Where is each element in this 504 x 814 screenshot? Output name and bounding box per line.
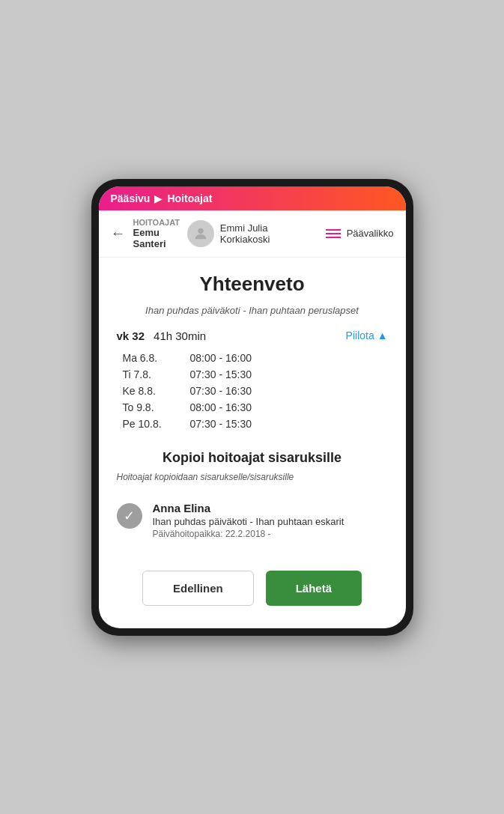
sibling-row[interactable]: ✓ Anna Elina Ihan puhdas päiväkoti - Iha… [117, 494, 388, 547]
sibling-info: Anna Elina Ihan puhdas päiväkoti - Ihan … [153, 502, 388, 539]
checkmark-icon: ✓ [124, 508, 135, 524]
user-name: Emmi Julia Korkiakoski [220, 222, 320, 245]
page-title: Yhteenveto [117, 273, 388, 296]
sibling-checkbox[interactable]: ✓ [117, 503, 142, 529]
day-time: 08:00 - 16:30 [184, 399, 388, 416]
child-info: HOITOAJAT Eemu Santeri [133, 218, 180, 249]
previous-button[interactable]: Edellinen [142, 571, 254, 606]
siblings-list: ✓ Anna Elina Ihan puhdas päiväkoti - Iha… [117, 494, 388, 547]
submit-button[interactable]: Lähetä [266, 571, 362, 606]
table-row: Ke 8.8. 07:30 - 16:30 [117, 383, 388, 399]
child-section-label: HOITOAJAT [133, 218, 180, 227]
back-button[interactable]: ← [111, 225, 126, 242]
day-time: 08:00 - 16:00 [184, 350, 388, 366]
table-row: Pe 10.8. 07:30 - 15:30 [117, 416, 388, 432]
week-info: vk 32 41h 30min [117, 329, 207, 342]
child-name: Eemu Santeri [133, 227, 180, 249]
hamburger-icon [326, 229, 341, 238]
day-time: 07:30 - 15:30 [184, 366, 388, 383]
header: ← HOITOAJAT Eemu Santeri Emmi Julia Kork… [99, 210, 406, 258]
day-label: Pe 10.8. [117, 416, 184, 432]
day-label: To 9.8. [117, 399, 184, 416]
svg-point-0 [198, 228, 203, 233]
day-time: 07:30 - 16:30 [184, 383, 388, 399]
page-subtitle: Ihan puhdas päiväkoti - Ihan puhtaan per… [117, 305, 388, 316]
sibling-date: Päivähoitopaikka: 22.2.2018 - [153, 529, 388, 539]
main-content: Yhteenveto Ihan puhdas päiväkoti - Ihan … [99, 258, 406, 628]
table-row: To 9.8. 08:00 - 16:30 [117, 399, 388, 416]
avatar [187, 220, 214, 247]
week-header: vk 32 41h 30min Piilota ▲ [117, 329, 388, 342]
days-table: Ma 6.8. 08:00 - 16:00 Ti 7.8. 07:30 - 15… [117, 350, 388, 432]
copy-title: Kopioi hoitoajat sisaruksille [117, 450, 388, 466]
button-row: Edellinen Lähetä [117, 571, 388, 606]
breadcrumb-arrow-icon: ▶ [154, 192, 163, 204]
week-section: vk 32 41h 30min Piilota ▲ Ma 6.8. 08:00 … [117, 329, 388, 432]
sibling-daycare: Ihan puhdas päiväkoti - Ihan puhtaan esk… [153, 516, 388, 527]
table-row: Ma 6.8. 08:00 - 16:00 [117, 350, 388, 366]
day-label: Ke 8.8. [117, 383, 184, 399]
copy-section: Kopioi hoitoajat sisaruksille Hoitoajat … [117, 450, 388, 547]
device-screen: Pääsivu ▶ Hoitoajat ← HOITOAJAT Eemu San… [99, 186, 406, 628]
day-time: 07:30 - 15:30 [184, 416, 388, 432]
toggle-link[interactable]: Piilota ▲ [346, 329, 388, 341]
table-row: Ti 7.8. 07:30 - 15:30 [117, 366, 388, 383]
week-label: vk 32 [117, 329, 145, 342]
week-hours: 41h 30min [154, 329, 206, 342]
menu-label: Päävalikko [347, 228, 394, 239]
top-nav-bar: Pääsivu ▶ Hoitoajat [99, 186, 406, 210]
copy-subtitle: Hoitoajat kopioidaan sisarukselle/sisaru… [117, 472, 388, 482]
day-label: Ma 6.8. [117, 350, 184, 366]
breadcrumb-current: Hoitoajat [167, 192, 212, 204]
day-label: Ti 7.8. [117, 366, 184, 383]
device-frame: Pääsivu ▶ Hoitoajat ← HOITOAJAT Eemu San… [91, 179, 413, 636]
menu-button[interactable]: Päävalikko [326, 228, 394, 239]
sibling-name: Anna Elina [153, 502, 388, 514]
breadcrumb-home[interactable]: Pääsivu [111, 192, 151, 204]
user-area: Emmi Julia Korkiakoski Päävalikko [187, 220, 393, 247]
